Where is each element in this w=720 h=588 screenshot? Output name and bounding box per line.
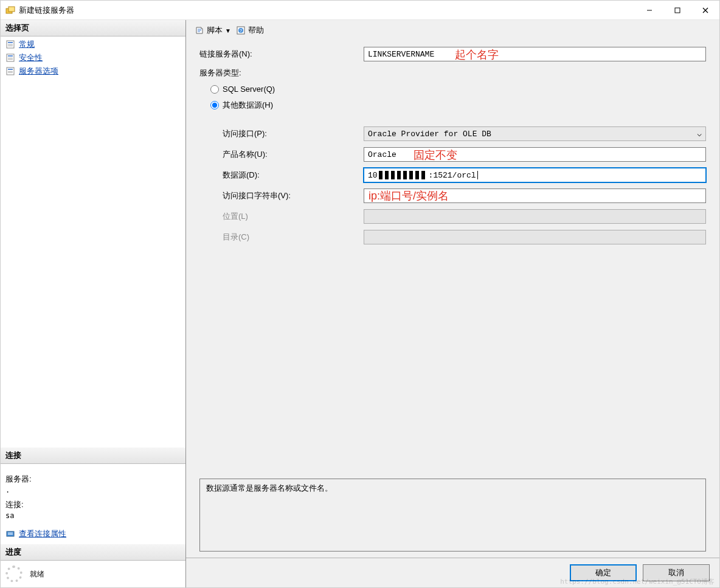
progress-spinner-icon bbox=[5, 566, 22, 583]
dialog-window: 新建链接服务器 选择页 常规 bbox=[0, 0, 720, 588]
svg-rect-8 bbox=[8, 44, 13, 45]
radio-other-label: 其他数据源(H) bbox=[223, 100, 273, 111]
datasource-prefix: 10 bbox=[368, 171, 378, 180]
svg-rect-20 bbox=[8, 534, 13, 534]
pages-header: 选择页 bbox=[1, 20, 185, 36]
script-label: 脚本 bbox=[207, 25, 223, 36]
watermark: https://blog.csdn.net/weixin_@51CTO博客 bbox=[560, 577, 715, 586]
text-cursor bbox=[477, 171, 478, 179]
minimize-button[interactable] bbox=[635, 1, 663, 20]
datasource-input[interactable]: 10 :1521/orcl bbox=[364, 168, 706, 182]
location-label: 位置(L) bbox=[199, 211, 364, 222]
radio-sql-server-label: SQL Server(Q) bbox=[223, 85, 275, 94]
product-input[interactable] bbox=[364, 147, 706, 162]
page-icon bbox=[5, 53, 15, 63]
script-button[interactable]: 脚本 ▼ bbox=[195, 25, 231, 36]
provider-string-label: 访问接口字符串(V): bbox=[199, 190, 364, 201]
hint-text: 数据源通常是服务器名称或文件名。 bbox=[206, 483, 333, 493]
product-label: 产品名称(U): bbox=[199, 149, 364, 160]
datasource-suffix: :1521/orcl bbox=[429, 171, 476, 180]
titlebar: 新建链接服务器 bbox=[1, 1, 719, 20]
maximize-button[interactable] bbox=[663, 1, 691, 20]
catalog-input bbox=[364, 230, 706, 244]
properties-icon bbox=[5, 529, 15, 539]
sidebar-item-security[interactable]: 安全性 bbox=[1, 51, 185, 64]
status-text: 就绪 bbox=[30, 569, 44, 579]
server-value: . bbox=[5, 486, 181, 494]
svg-rect-13 bbox=[8, 59, 13, 60]
help-button[interactable]: ? 帮助 bbox=[236, 25, 264, 36]
help-label: 帮助 bbox=[248, 25, 264, 36]
svg-text:?: ? bbox=[240, 29, 242, 33]
svg-rect-3 bbox=[675, 8, 680, 13]
main-panel: 脚本 ▼ ? 帮助 链接服务器(N): 起个名字 bbox=[186, 20, 719, 587]
sidebar: 选择页 常规 安全性 服务 bbox=[1, 20, 186, 587]
close-button[interactable] bbox=[691, 1, 719, 20]
conn-label: 连接: bbox=[5, 499, 181, 510]
sidebar-item-server-options[interactable]: 服务器选项 bbox=[1, 64, 185, 78]
page-icon bbox=[5, 66, 15, 76]
radio-other-input[interactable] bbox=[210, 101, 219, 109]
provider-value: Oracle Provider for OLE DB bbox=[368, 130, 491, 139]
page-icon bbox=[5, 40, 15, 49]
svg-rect-11 bbox=[8, 55, 13, 57]
radio-sql-server-input[interactable] bbox=[210, 85, 219, 94]
svg-rect-1 bbox=[9, 7, 15, 12]
svg-rect-15 bbox=[8, 69, 13, 70]
provider-string-input[interactable] bbox=[364, 189, 706, 203]
svg-rect-12 bbox=[8, 58, 13, 58]
sidebar-item-general[interactable]: 常规 bbox=[1, 38, 185, 51]
svg-rect-7 bbox=[8, 42, 13, 43]
svg-rect-9 bbox=[8, 46, 13, 46]
svg-rect-17 bbox=[8, 72, 13, 73]
server-type-label: 服务器类型: bbox=[199, 67, 364, 78]
server-label: 服务器: bbox=[5, 474, 181, 485]
conn-value: sa bbox=[5, 511, 181, 520]
sidebar-item-label: 常规 bbox=[19, 39, 35, 50]
help-icon: ? bbox=[236, 26, 246, 35]
connection-header: 连接 bbox=[1, 448, 185, 464]
location-input bbox=[364, 209, 706, 224]
svg-rect-19 bbox=[8, 533, 13, 533]
app-icon bbox=[5, 5, 15, 15]
linked-server-label: 链接服务器(N): bbox=[199, 49, 364, 60]
catalog-label: 目录(C) bbox=[199, 232, 364, 243]
datasource-label: 数据源(D): bbox=[199, 170, 364, 181]
window-title: 新建链接服务器 bbox=[19, 5, 74, 16]
dropdown-arrow-icon: ▼ bbox=[225, 27, 231, 34]
sidebar-item-label: 服务器选项 bbox=[19, 66, 58, 77]
provider-label: 访问接口(P): bbox=[199, 128, 364, 139]
provider-select[interactable]: Oracle Provider for OLE DB ⌵ bbox=[364, 126, 706, 141]
sidebar-item-label: 安全性 bbox=[19, 52, 43, 63]
redacted-block bbox=[379, 171, 428, 179]
linked-server-input[interactable] bbox=[364, 47, 706, 61]
toolbar: 脚本 ▼ ? 帮助 bbox=[186, 20, 719, 41]
hint-box: 数据源通常是服务器名称或文件名。 bbox=[199, 479, 706, 552]
radio-sql-server[interactable]: SQL Server(Q) bbox=[210, 85, 275, 94]
chevron-down-icon: ⌵ bbox=[697, 129, 702, 139]
radio-other-datasource[interactable]: 其他数据源(H) bbox=[210, 100, 273, 111]
view-connection-properties-link[interactable]: 查看连接属性 bbox=[19, 528, 66, 539]
script-icon bbox=[195, 26, 204, 35]
progress-header: 进度 bbox=[1, 544, 185, 561]
svg-rect-16 bbox=[8, 71, 13, 72]
